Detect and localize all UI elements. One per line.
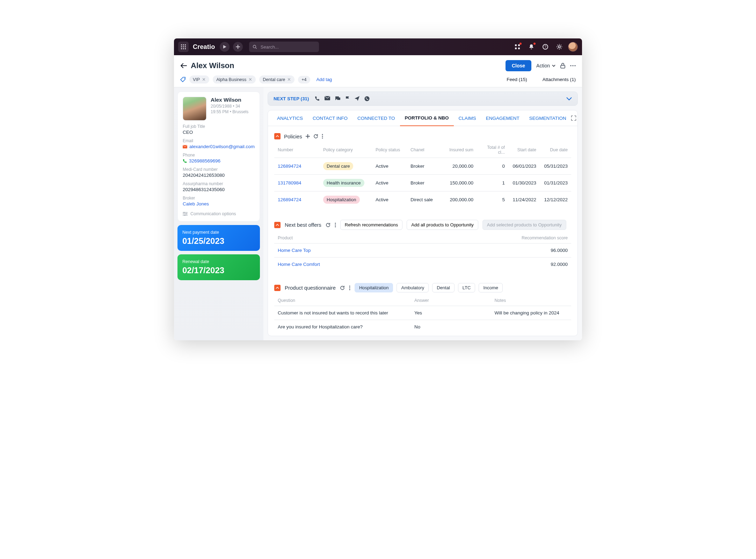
table-row[interactable]: Customer is not insured but wants to rec… [274,306,571,320]
col-category[interactable]: Policy category [320,141,372,158]
feed-link[interactable]: Feed (15) [507,77,527,82]
medicard-value: 2042042412653080 [183,173,255,178]
policy-category-pill: Hospitalization [323,196,360,204]
chip-income[interactable]: Income [479,283,503,292]
tab-segmentation[interactable]: SEGMENTATION [524,111,571,126]
settings-button[interactable] [554,42,565,52]
add-all-products-button[interactable]: Add all products to Opportunity [407,220,478,230]
action-menu[interactable]: Action [536,63,555,68]
tag-remove[interactable]: ✕ [202,77,206,82]
broker-link[interactable]: Caleb Jones [183,201,209,206]
tab-analytics[interactable]: ANALYTICS [272,111,308,126]
table-row[interactable]: 126894724HospitalizationActiveDirect sal… [274,191,571,208]
section-collapse-toggle[interactable] [274,285,281,291]
close-button[interactable]: Close [506,60,531,71]
table-row[interactable]: Home Care Top96.0000 [274,244,571,257]
chip-hospitalization[interactable]: Hospitalization [355,283,393,292]
col-start[interactable]: Start date [508,141,540,158]
tab-engagement[interactable]: ENGAGEMENT [481,111,524,126]
play-icon [223,45,226,49]
tab-claims[interactable]: CLAIMS [454,111,481,126]
send-action[interactable] [355,96,359,101]
notes-text [491,320,572,334]
refresh-recommendations-button[interactable]: Refresh recommendations [340,220,402,230]
attachments-link[interactable]: Attachments (1) [543,77,576,82]
notifications-button[interactable] [526,42,537,52]
tab-connected-to[interactable]: CONNECTED TO [352,111,400,126]
tag-chip[interactable]: Alpha Business✕ [213,75,256,84]
nbo-product-link[interactable]: Home Care Comfort [278,262,320,267]
col-answer[interactable]: Answer [411,295,491,306]
tab-contact-info[interactable]: CONTACT INFO [308,111,352,126]
back-button[interactable] [180,62,187,69]
tag-remove[interactable]: ✕ [287,77,291,82]
col-claims[interactable]: Total # of cl... [477,141,508,158]
search-input[interactable] [260,44,316,50]
tab-portfolio-nbo[interactable]: PORTFOLIO & NBO [400,110,454,126]
policies-add[interactable] [306,134,310,138]
lock-icon [560,63,565,68]
tag-remove[interactable]: ✕ [248,77,252,82]
col-sum[interactable]: Insured sum [442,141,477,158]
col-notes[interactable]: Notes [491,295,572,306]
nbo-more[interactable] [335,223,336,227]
col-due[interactable]: Due date [540,141,571,158]
svg-point-42 [322,134,323,135]
section-collapse-toggle[interactable] [274,133,281,139]
col-number[interactable]: Number [274,141,320,158]
play-button[interactable] [220,42,230,52]
nbo-refresh-icon[interactable] [326,223,330,227]
app-switcher-button[interactable] [178,42,189,52]
sidebar: Alex Wilson 20/05/1988 • 34 19:55 PM • B… [174,87,263,340]
tag-chip[interactable]: VIP✕ [189,75,209,84]
col-score[interactable]: Recommendation score [501,232,571,244]
policies-refresh[interactable] [313,134,318,139]
flag-action[interactable] [346,96,350,101]
phone-link[interactable]: 326988569696 [189,158,220,164]
nbo-product-link[interactable]: Home Care Top [278,248,311,253]
help-button[interactable]: ? [540,42,551,52]
email-link[interactable]: alexander01wilson@gmail.com [189,144,255,149]
table-row[interactable]: Home Care Comfort92.0000 [274,257,571,271]
svg-rect-12 [515,44,517,46]
more-button[interactable] [570,65,576,66]
col-product[interactable]: Product [274,232,501,244]
chip-dental[interactable]: Dental [432,283,455,292]
email-action[interactable] [325,96,330,101]
policy-number-link[interactable]: 126894724 [278,164,301,169]
tags-more[interactable]: +4 [298,76,310,84]
questionnaire-refresh[interactable] [340,285,345,290]
fullscreen-button[interactable] [571,116,578,121]
add-button[interactable] [233,42,243,52]
section-collapse-toggle[interactable] [274,222,281,228]
policies-more[interactable] [322,134,323,139]
col-question[interactable]: Question [274,295,411,306]
global-search[interactable] [249,42,319,52]
call-action[interactable] [315,96,320,101]
svg-rect-4 [183,46,184,48]
next-steps-toggle[interactable] [566,97,572,101]
help-icon: ? [543,44,548,50]
policy-number-link[interactable]: 126894724 [278,197,301,202]
chip-ltc[interactable]: LTC [458,283,475,292]
chip-ambulatory[interactable]: Ambulatory [397,283,429,292]
col-status[interactable]: Policy status [372,141,407,158]
current-user-avatar[interactable] [568,42,578,52]
assurpharma-label: Assurpharma number [183,181,255,186]
kebab-icon [349,285,350,290]
table-row[interactable]: 126894724Dental careActiveBroker20,000.0… [274,158,571,175]
svg-point-10 [253,45,256,48]
chat-action[interactable] [335,96,341,101]
communication-options[interactable]: Communication options [183,211,255,216]
tag-chip[interactable]: Dental care✕ [259,75,295,84]
apps-icon-button[interactable] [512,42,523,52]
whatsapp-action[interactable] [364,96,370,101]
table-row[interactable]: Are you insured for Hospitalization care… [274,320,571,334]
lock-button[interactable] [560,63,565,68]
add-tag-link[interactable]: Add tag [317,77,332,82]
policy-number-link[interactable]: 131780984 [278,180,301,186]
next-step-label[interactable]: NEXT STEP (31) [274,96,309,101]
col-channel[interactable]: Chanel [407,141,442,158]
questionnaire-more[interactable] [349,285,350,290]
table-row[interactable]: 131780984Health insuranceActiveBroker150… [274,175,571,191]
